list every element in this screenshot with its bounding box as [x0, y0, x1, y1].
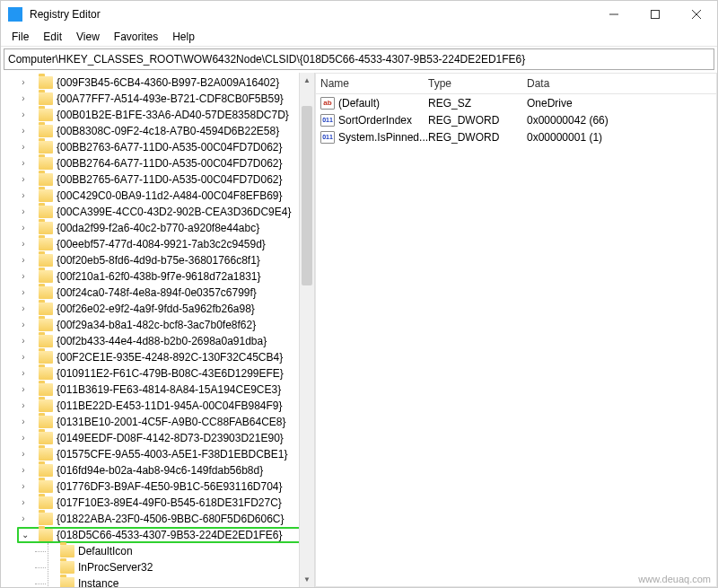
tree-item[interactable]: ›{00f24ca0-748f-4e8a-894f-0e0357c6799f}: [17, 285, 314, 301]
chevron-right-icon[interactable]: ›: [17, 123, 30, 139]
list-row[interactable]: 011SortOrderIndexREG_DWORD0x00000042 (66…: [315, 111, 717, 128]
chevron-right-icon[interactable]: ›: [17, 478, 30, 495]
binary-value-icon: 011: [320, 114, 335, 127]
menu-favorites[interactable]: Favorites: [107, 29, 165, 45]
tree-item[interactable]: ›{00C429C0-0BA9-11d2-A484-00C04F8EFB69}: [17, 188, 314, 204]
addressbar[interactable]: Computer\HKEY_CLASSES_ROOT\WOW6432Node\C…: [4, 48, 714, 70]
list-row[interactable]: 011System.IsPinned...REG_DWORD0x00000001…: [315, 128, 717, 145]
chevron-right-icon[interactable]: ›: [17, 188, 30, 204]
chevron-right-icon[interactable]: ›: [17, 349, 30, 365]
menu-file[interactable]: File: [4, 29, 36, 45]
tree-item[interactable]: ⌄{018D5C66-4533-4307-9B53-224DE2ED1FE6}: [17, 527, 314, 543]
tree-item[interactable]: ›{009F3B45-6CB4-4360-B997-B2A009A16402}: [17, 75, 314, 91]
tree-item[interactable]: ›{00f26e02-e9f2-4a9f-9fdd-5a962fb26a98}: [17, 301, 314, 317]
scroll-down-icon[interactable]: ▼: [300, 572, 314, 587]
tree-item[interactable]: ›{00BB2763-6A77-11D0-A535-00C04FD7D062}: [17, 139, 314, 155]
folder-icon: [39, 496, 53, 509]
folder-icon: [39, 109, 53, 121]
chevron-right-icon[interactable]: ›: [17, 398, 30, 414]
column-data[interactable]: Data: [521, 77, 717, 90]
tree-item[interactable]: ›{0149EEDF-D08F-4142-8D73-D23903D21E90}: [17, 430, 314, 446]
tree-item[interactable]: ›{00B01B2E-B1FE-33A6-AD40-57DE8358DC7D}: [17, 107, 314, 123]
close-button[interactable]: [676, 1, 717, 28]
chevron-right-icon[interactable]: ›: [17, 414, 30, 430]
tree-item[interactable]: ›{00f20eb5-8fd6-4d9d-b75e-36801766c8f1}: [17, 252, 314, 268]
tree-item[interactable]: ›{00A77FF7-A514-493e-B721-CDF8CB0F5B59}: [17, 91, 314, 107]
maximize-button[interactable]: [635, 1, 676, 28]
chevron-right-icon[interactable]: ›: [17, 365, 30, 382]
chevron-right-icon[interactable]: ›: [17, 446, 30, 462]
chevron-right-icon[interactable]: ›: [17, 462, 30, 478]
tree-item[interactable]: ›{00f29a34-b8a1-482c-bcf8-3ac7b0fe8f62}: [17, 317, 314, 333]
chevron-right-icon[interactable]: ›: [17, 252, 30, 268]
chevron-right-icon[interactable]: ›: [17, 75, 30, 91]
folder-icon: [39, 222, 53, 234]
column-name[interactable]: Name: [315, 77, 423, 90]
tree-item-label: {010911E2-F61C-479B-B08C-43E6D1299EFE}: [57, 367, 284, 380]
tree-item[interactable]: Instance: [40, 575, 314, 587]
tree-scroll[interactable]: ›{009F3B45-6CB4-4360-B997-B2A009A16402}›…: [1, 73, 314, 587]
chevron-right-icon[interactable]: ›: [17, 382, 30, 398]
tree-item[interactable]: ›{00da2f99-f2a6-40c2-b770-a920f8e44abc}: [17, 220, 314, 236]
tree-item-label: InProcServer32: [78, 561, 153, 574]
menu-edit[interactable]: Edit: [36, 29, 69, 45]
menu-view[interactable]: View: [69, 29, 107, 45]
minimize-button[interactable]: [593, 1, 635, 28]
chevron-right-icon[interactable]: ›: [17, 220, 30, 236]
scroll-track[interactable]: [300, 88, 314, 572]
chevron-right-icon[interactable]: ›: [17, 285, 30, 301]
value-data: 0x00000001 (1): [527, 131, 717, 144]
tree-item[interactable]: ›{01776DF3-B9AF-4E50-9B1C-56E93116D704}: [17, 478, 314, 495]
scroll-thumb[interactable]: [302, 106, 312, 285]
menu-help[interactable]: Help: [165, 29, 202, 45]
tree-item[interactable]: ›{00f210a1-62f0-438b-9f7e-9618d72a1831}: [17, 268, 314, 285]
tree-scrollbar[interactable]: ▲ ▼: [299, 73, 314, 587]
folder-icon: [39, 399, 53, 412]
chevron-right-icon[interactable]: ›: [17, 236, 30, 252]
chevron-right-icon[interactable]: ›: [17, 91, 30, 107]
folder-icon: [60, 561, 74, 574]
list-pane: Name Type Data ab(Default)REG_SZOneDrive…: [315, 73, 717, 587]
tree-item[interactable]: ›{00BB2764-6A77-11D0-A535-00C04FD7D062}: [17, 155, 314, 171]
tree-item[interactable]: ›{00f2b433-44e4-4d88-b2b0-2698a0a91dba}: [17, 333, 314, 349]
chevron-right-icon[interactable]: ›: [17, 317, 30, 333]
chevron-down-icon[interactable]: ⌄: [19, 527, 31, 543]
tree-item[interactable]: ›{017F10E3-89E4-49F0-B545-618DE31FD27C}: [17, 495, 314, 511]
chevron-right-icon[interactable]: ›: [17, 204, 30, 220]
tree-item[interactable]: ›{00CA399E-4CC0-43D2-902B-CEA3D36DC9E4}: [17, 204, 314, 220]
chevron-right-icon[interactable]: ›: [17, 268, 30, 285]
tree-item[interactable]: ›{010911E2-F61C-479B-B08C-43E6D1299EFE}: [17, 365, 314, 382]
folder-icon: [39, 448, 53, 461]
tree-item-label: {00B8308C-09F2-4c18-A7B0-4594D6B22E58}: [57, 125, 279, 137]
chevron-right-icon[interactable]: ›: [17, 155, 30, 171]
chevron-right-icon[interactable]: ›: [17, 495, 30, 511]
menubar: File Edit View Favorites Help: [1, 28, 717, 47]
tree-item-label: {0131BE10-2001-4C5F-A9B0-CC88FAB64CE8}: [57, 416, 286, 428]
chevron-right-icon[interactable]: ›: [17, 107, 30, 123]
chevron-right-icon[interactable]: ›: [17, 511, 30, 527]
tree-item[interactable]: ›{011B3619-FE63-4814-8A84-15A194CE9CE3}: [17, 382, 314, 398]
value-name: (Default): [338, 97, 380, 110]
scroll-up-icon[interactable]: ▲: [300, 73, 314, 88]
list-row[interactable]: ab(Default)REG_SZOneDrive: [315, 94, 717, 111]
tree-item[interactable]: DefaultIcon: [40, 543, 314, 559]
tree-item[interactable]: ›{01575CFE-9A55-4003-A5E1-F38D1EBDCBE1}: [17, 446, 314, 462]
chevron-right-icon[interactable]: ›: [17, 171, 30, 188]
tree-item-label: {011B3619-FE63-4814-8A84-15A194CE9CE3}: [57, 383, 281, 396]
tree-item[interactable]: ›{00B8308C-09F2-4c18-A7B0-4594D6B22E58}: [17, 123, 314, 139]
chevron-right-icon[interactable]: ›: [17, 333, 30, 349]
tree-item[interactable]: InProcServer32: [40, 559, 314, 575]
tree-item[interactable]: ›{00F2CE1E-935E-4248-892C-130F32C45CB4}: [17, 349, 314, 365]
tree-item[interactable]: ›{01822ABA-23F0-4506-9BBC-680F5D6D606C}: [17, 511, 314, 527]
tree-item[interactable]: ›{016fd94e-b02a-4ab8-94c6-149fdab56b8d}: [17, 462, 314, 478]
tree-item[interactable]: ›{00eebf57-477d-4084-9921-7ab3c2c9459d}: [17, 236, 314, 252]
chevron-right-icon[interactable]: ›: [17, 139, 30, 155]
folder-icon: [39, 157, 53, 170]
chevron-right-icon[interactable]: ›: [17, 430, 30, 446]
value-type: REG_DWORD: [428, 131, 527, 144]
tree-item[interactable]: ›{011BE22D-E453-11D1-945A-00C04FB984F9}: [17, 398, 314, 414]
tree-item[interactable]: ›{00BB2765-6A77-11D0-A535-00C04FD7D062}: [17, 171, 314, 188]
chevron-right-icon[interactable]: ›: [17, 301, 30, 317]
column-type[interactable]: Type: [423, 77, 521, 90]
tree-item[interactable]: ›{0131BE10-2001-4C5F-A9B0-CC88FAB64CE8}: [17, 414, 314, 430]
